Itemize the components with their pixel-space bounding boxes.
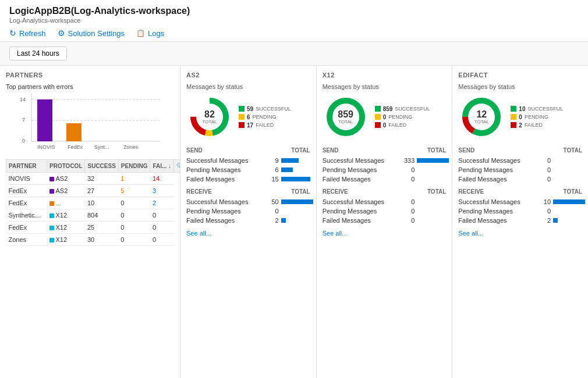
logs-button[interactable]: 📋 Logs (136, 29, 164, 38)
refresh-button[interactable]: ↻ Refresh (9, 28, 46, 38)
x12-send-success-row: Successful Messages 333 (323, 156, 447, 165)
x12-section: X12 Messages by status 859 TOTAL 859 (317, 66, 453, 378)
as2-receive-failed-bar-wrap (281, 218, 310, 223)
as2-receive-header: RECEIVE TOTAL (186, 188, 310, 195)
edifact-legend-successful: 10 SUCCESSFUL (511, 106, 563, 112)
edifact-receive-header: RECEIVE TOTAL (458, 188, 582, 195)
as2-pending-count: 6 (247, 114, 250, 120)
as2-send-success-bar-wrap (281, 158, 310, 163)
app-subtitle: Log-Analytics-workspace (9, 17, 579, 24)
table-row: FedEx X12 25 0 0 (6, 222, 181, 234)
x12-total: 859 (338, 110, 353, 119)
edifact-success-count: 10 (519, 106, 525, 112)
as2-receive-pending-label: Pending Messages (186, 208, 261, 215)
x12-success-label: SUCCESSFUL (395, 106, 430, 112)
edifact-send-pending-label: Pending Messages (458, 166, 533, 173)
edifact-receive: RECEIVE TOTAL Successful Messages 10 Pen… (458, 188, 582, 225)
x12-send-success-bar (417, 158, 449, 163)
as2-see-all[interactable]: See all... (186, 230, 310, 237)
as2-success-label: SUCCESSFUL (256, 106, 291, 112)
partner-success: 10 (85, 197, 118, 209)
x12-donut-area: 859 TOTAL 859 SUCCESSFUL 0 PENDING 0 (323, 94, 447, 140)
chart-title: Top partners with errors (6, 83, 174, 90)
partner-table: PARTNER PROTOCOL SUCCESS PENDING FAI... … (6, 159, 180, 246)
x12-failed-count: 0 (383, 122, 387, 129)
x12-success-dot (375, 106, 381, 112)
as2-receive-failed-count: 2 (261, 217, 279, 224)
edifact-total-label: TOTAL (474, 119, 489, 124)
bar-chart-svg: 14 7 0 INOVIS FedEx Synt... Zones (20, 94, 165, 152)
as2-send-header: SEND TOTAL (186, 147, 310, 154)
x12-receive-title: RECEIVE (323, 188, 348, 195)
partner-success: 804 (85, 209, 118, 222)
svg-rect-7 (37, 99, 52, 141)
as2-receive-success-bar (281, 199, 313, 204)
solution-settings-button[interactable]: ⚙ Solution Settings (58, 28, 125, 38)
partners-chart: Top partners with errors 14 7 0 IN (6, 83, 174, 154)
settings-label: Solution Settings (68, 29, 125, 38)
as2-receive-pending-row: Pending Messages 0 (186, 206, 310, 216)
edifact-send-title: SEND (458, 147, 474, 154)
as2-send-pending-count: 6 (261, 166, 279, 173)
app-title: LogicAppB2B(Log-Analytics-workspace) (9, 6, 579, 16)
x12-pending-count: 0 (383, 114, 387, 120)
time-filter-button[interactable]: Last 24 hours (9, 47, 67, 60)
edifact-send-failed-row: Failed Messages 0 (458, 174, 582, 184)
edifact-receive-title: RECEIVE (458, 188, 484, 195)
as2-failed-count: 17 (247, 122, 253, 129)
edifact-receive-failed-bar-wrap (553, 218, 582, 223)
as2-title: AS2 (186, 72, 310, 79)
as2-send-failed-bar-wrap (281, 177, 310, 181)
as2-send-success-row: Successful Messages 9 (186, 156, 310, 165)
edifact-chart-title: Messages by status (458, 83, 582, 90)
col-search[interactable]: 🔍 (174, 160, 180, 173)
table-row: INOVIS AS2 32 1 14 (6, 173, 181, 185)
edifact-legend-failed: 2 FAILED (511, 122, 563, 129)
as2-receive-title: RECEIVE (186, 188, 212, 195)
partner-failed: 3 (150, 185, 174, 197)
col-failed[interactable]: FAI... ↓ (150, 160, 174, 173)
edifact-send: SEND TOTAL Successful Messages 0 Pending… (458, 147, 582, 184)
x12-send-success-label: Successful Messages (323, 157, 398, 164)
edifact-receive-failed-label: Failed Messages (458, 217, 533, 224)
table-row: Zones X12 30 0 0 (6, 234, 181, 246)
col-pending[interactable]: PENDING (118, 160, 150, 173)
col-partner[interactable]: PARTNER (6, 160, 47, 173)
svg-text:INOVIS: INOVIS (37, 144, 55, 150)
partners-section: PARTNERS Top partners with errors 14 7 0 (0, 66, 180, 378)
x12-send-failed-row: Failed Messages 0 (323, 174, 447, 184)
x12-send-pending-row: Pending Messages 0 (323, 165, 447, 174)
x12-send-success-count: 333 (397, 157, 415, 164)
partner-pending: 0 (118, 222, 150, 234)
x12-see-all[interactable]: See all... (323, 230, 447, 237)
col-protocol[interactable]: PROTOCOL (47, 160, 85, 173)
svg-text:7: 7 (22, 117, 25, 123)
x12-failed-dot (375, 122, 381, 128)
as2-legend-failed: 17 FAILED (239, 122, 291, 129)
logs-icon: 📋 (136, 29, 145, 37)
col-success[interactable]: SUCCESS (85, 160, 118, 173)
as2-send-success-count: 9 (261, 157, 279, 164)
svg-text:14: 14 (20, 97, 26, 102)
x12-success-count: 859 (383, 106, 393, 112)
partner-pending: 0 (118, 197, 150, 209)
partner-protocol: X12 (47, 234, 85, 246)
as2-send-success-bar (281, 158, 299, 163)
as2-send-failed-label: Failed Messages (186, 176, 261, 183)
partners-title: PARTNERS (6, 72, 174, 79)
edifact-see-all[interactable]: See all... (458, 230, 582, 237)
toolbar: ↻ Refresh ⚙ Solution Settings 📋 Logs (9, 24, 579, 41)
edifact-pending-label: PENDING (525, 114, 548, 120)
x12-send-header: SEND TOTAL (323, 147, 447, 154)
edifact-section: EDIFACT Messages by status 12 TOTAL (452, 66, 588, 378)
partner-success: 25 (85, 222, 118, 234)
edifact-success-dot (511, 106, 516, 112)
x12-send-failed-count: 0 (397, 176, 415, 183)
x12-send: SEND TOTAL Successful Messages 333 Pendi… (323, 147, 447, 184)
x12-receive-pending-label: Pending Messages (323, 208, 398, 215)
x12-pending-dot (375, 114, 381, 120)
edifact-receive-pending-row: Pending Messages 0 (458, 206, 582, 216)
partner-success: 27 (85, 185, 118, 197)
x12-legend-failed: 0 FAILED (375, 122, 430, 129)
as2-receive-failed-bar (281, 218, 286, 223)
